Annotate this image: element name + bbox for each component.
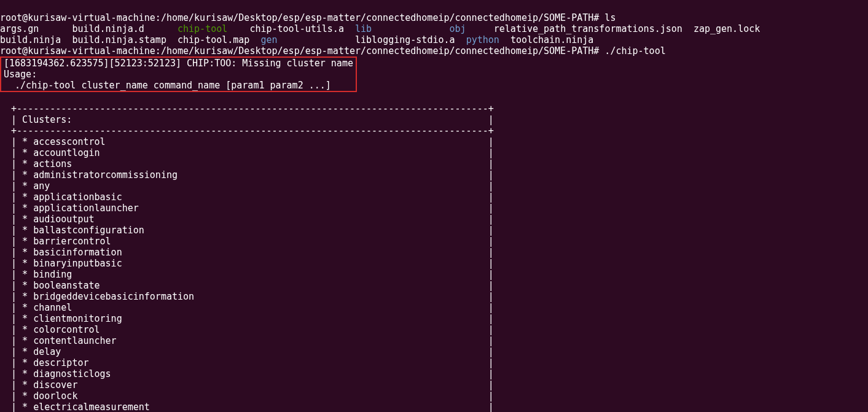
- log-missing-cluster-name: [1683194362.623575][52123:52123] CHIP:TO…: [1, 58, 356, 69]
- cluster-row: | * accountlogin |: [0, 147, 494, 158]
- cluster-row: | * electricalmeasurement |: [0, 402, 494, 412]
- dir-obj: obj: [450, 23, 466, 34]
- cluster-row: | * accesscontrol |: [0, 136, 494, 147]
- exe-chip-tool: chip-tool: [178, 23, 227, 34]
- file-chip-tool-utils: chip-tool-utils.a: [249, 23, 355, 34]
- file-toolchain-ninja: toolchain.ninja: [510, 34, 593, 45]
- cluster-row: | * audiooutput |: [0, 214, 494, 225]
- spacer: [372, 23, 449, 34]
- file-args-gn: args.gn: [0, 23, 72, 34]
- cluster-row: | * delay |: [0, 346, 494, 357]
- file-relative-path-json: relative_path_transformations.json: [494, 23, 694, 34]
- ls-output-row-1: args.gn build.ninja.d chip-tool chip-too…: [0, 23, 760, 34]
- file-build-ninja-stamp: build.ninja.stamp: [72, 34, 178, 45]
- cluster-row: | * basicinformation |: [0, 247, 494, 258]
- dir-lib: lib: [355, 23, 372, 34]
- dir-gen: gen: [260, 34, 277, 45]
- dir-python: python: [466, 34, 499, 45]
- cluster-list: | * accesscontrol | | * accountlogin | |…: [0, 136, 494, 412]
- table-header-clusters: | Clusters: |: [0, 114, 494, 125]
- spacer: [278, 34, 355, 45]
- cluster-row: | * any |: [0, 181, 494, 192]
- cluster-row: | * administratorcommissioning |: [0, 169, 494, 181]
- cluster-row: | * doorlock |: [0, 391, 494, 402]
- cluster-row: | * contentlauncher |: [0, 335, 494, 346]
- cluster-row: | * binding |: [0, 269, 494, 280]
- cluster-row: | * barriercontrol |: [0, 236, 494, 247]
- file-build-ninja: build.ninja: [0, 34, 72, 45]
- ls-output-row-2: build.ninja build.ninja.stamp chip-tool.…: [0, 34, 593, 45]
- cluster-row: | * clientmonitoring |: [0, 313, 494, 324]
- file-zap-gen-lock: zap_gen.lock: [694, 23, 760, 34]
- cluster-row: | * colorcontrol |: [0, 324, 494, 335]
- file-chip-tool-map: chip-tool.map: [178, 34, 260, 45]
- cluster-row: | * diagnosticlogs |: [0, 368, 494, 379]
- highlight-annotation-box: [1683194362.623575][52123:52123] CHIP:TO…: [0, 56, 357, 92]
- spacer: [466, 23, 494, 34]
- cluster-row: | * descriptor |: [0, 357, 494, 368]
- table-border-top: +---------------------------------------…: [0, 103, 494, 114]
- cluster-row: | * binaryinputbasic |: [0, 258, 494, 269]
- prompt-line-1: root@kurisaw-virtual-machine:/home/kuris…: [0, 12, 616, 23]
- cluster-row: | * channel |: [0, 302, 494, 313]
- cluster-row: | * actions |: [0, 158, 494, 169]
- usage-header: Usage:: [1, 69, 356, 80]
- table-border-mid: +---------------------------------------…: [0, 125, 494, 136]
- file-build-ninja-d: build.ninja.d: [72, 23, 178, 34]
- cluster-row: | * bridgeddevicebasicinformation |: [0, 291, 494, 302]
- cluster-row: | * booleanstate |: [0, 280, 494, 291]
- file-liblogging: liblogging-stdio.a: [355, 34, 466, 45]
- prompt-line-2: root@kurisaw-virtual-machine:/home/kuris…: [0, 45, 666, 56]
- terminal-output[interactable]: root@kurisaw-virtual-machine:/home/kuris…: [0, 0, 868, 412]
- usage-syntax: ./chip-tool cluster_name command_name [p…: [1, 80, 356, 91]
- spacer: [499, 34, 510, 45]
- cluster-row: | * applicationlauncher |: [0, 203, 494, 214]
- cluster-row: | * discover |: [0, 379, 494, 391]
- cluster-row: | * ballastconfiguration |: [0, 225, 494, 236]
- cluster-row: | * applicationbasic |: [0, 192, 494, 203]
- spacer: [227, 23, 249, 34]
